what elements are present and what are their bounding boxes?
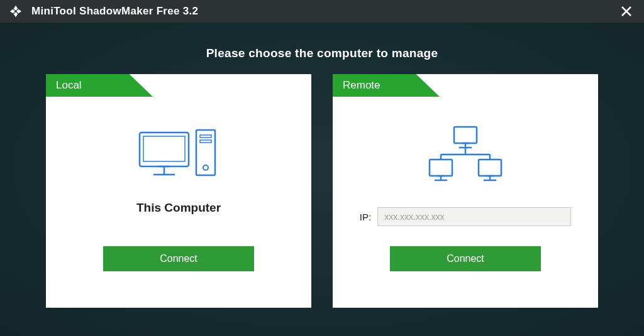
page-heading: Please choose the computer to manage — [0, 46, 644, 60]
local-inactive-tab — [131, 74, 311, 97]
svg-rect-11 — [454, 127, 477, 143]
remote-icon-area — [418, 123, 513, 186]
ip-row: IP: — [348, 207, 582, 226]
close-icon — [620, 5, 633, 18]
local-label: This Computer — [136, 201, 221, 215]
svg-point-10 — [203, 165, 208, 170]
app-logo-icon — [9, 4, 23, 18]
remote-inactive-tab — [418, 74, 598, 97]
network-icon — [418, 123, 513, 186]
remote-connect-label: Connect — [447, 253, 484, 264]
cards-row: Local This Computer Connect R — [0, 74, 644, 308]
svg-rect-3 — [143, 136, 185, 161]
local-connect-label: Connect — [160, 253, 197, 264]
close-button[interactable] — [618, 3, 635, 20]
local-icon-area — [135, 123, 223, 186]
ip-input[interactable] — [377, 207, 571, 226]
svg-rect-8 — [200, 135, 211, 138]
svg-rect-19 — [430, 160, 452, 176]
local-tab-row: Local — [46, 74, 311, 97]
local-card: Local This Computer Connect — [46, 74, 311, 308]
app-title: MiniTool ShadowMaker Free 3.2 — [31, 5, 198, 18]
local-connect-button[interactable]: Connect — [103, 246, 254, 271]
computer-icon — [135, 126, 223, 183]
remote-card: Remote — [333, 74, 598, 308]
local-tab-label: Local — [56, 79, 82, 92]
titlebar: MiniTool ShadowMaker Free 3.2 — [0, 0, 644, 23]
remote-tab[interactable]: Remote — [333, 74, 440, 97]
ip-prefix-label: IP: — [360, 212, 371, 222]
svg-rect-9 — [200, 140, 211, 143]
local-tab[interactable]: Local — [46, 74, 153, 97]
svg-rect-23 — [479, 160, 501, 176]
remote-connect-button[interactable]: Connect — [390, 246, 541, 271]
svg-rect-7 — [196, 130, 215, 175]
remote-tab-row: Remote — [333, 74, 598, 97]
remote-tab-label: Remote — [343, 79, 380, 92]
